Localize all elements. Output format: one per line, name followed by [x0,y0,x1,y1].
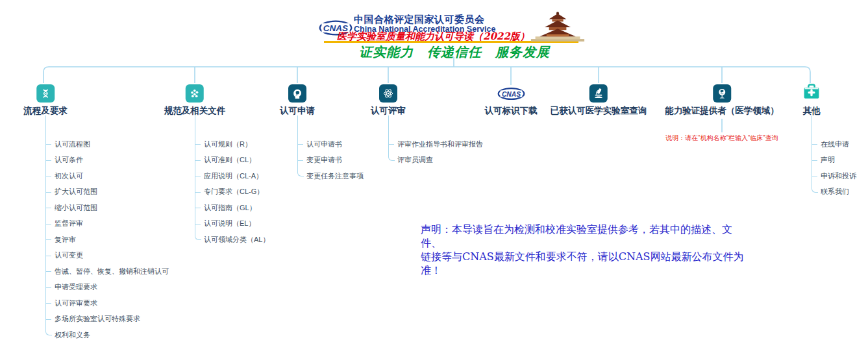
microscope-icon [589,84,608,103]
atom-icon [379,84,397,103]
branch-accredited-medical-lab-search: 已获认可医学实验室查询 [551,84,647,117]
tree-item[interactable]: 认可指南（GL） [195,200,269,216]
molecule-icon [186,84,204,103]
tree-item[interactable]: 复评审 [45,232,169,248]
temple-illustration [530,10,586,45]
globe-icon [713,84,731,103]
dna-icon [36,84,55,103]
tree-item[interactable]: 声明 [812,152,856,169]
tree-item[interactable]: 专门要求（CL-G） [195,184,269,200]
branch-sublist: 认可流程图认可条件初次认可扩大认可范围缩小认可范围监督评审复评审认可变更告诫、暂… [45,115,169,343]
tree-item[interactable]: 权利和义务 [45,327,169,343]
tree-item[interactable]: 应用说明（CL-A） [195,168,269,184]
branch-sublist: 评审作业指导书和评审报告评审员调查 [388,115,483,168]
branch-label[interactable]: 认可标识下载 [485,105,538,117]
tree-item[interactable]: 认可流程图 [45,136,169,152]
tree-item[interactable]: 认可变更 [45,248,169,264]
branch-label[interactable]: 已获认可医学实验室查询 [551,105,647,117]
tree-item[interactable]: 认可说明（EL） [195,216,269,232]
disclaimer-line: 声明：本导读旨在为检测和校准实验室提供参考，若其中的描述、文件、 [421,223,752,250]
branch-standards-and-documents: 规范及相关文件 [164,84,226,117]
branch-accreditation-mark-download: CNAS 认可标识下载 [485,84,538,117]
tree-item[interactable]: 监督评审 [45,216,169,232]
tree-item[interactable]: 变更任务注意事项 [297,168,364,184]
query-hint-note: 说明：请在“机构名称”栏输入“临床”查询 [665,134,778,143]
tree-item[interactable]: 告诫、暂停、恢复、撤销和注销认可 [45,263,169,280]
branch-sublist: 在线申请声明申诉和投诉联系我们 [812,115,856,200]
branch-others: 其他 [802,84,821,117]
branch-sublist: 认可规则（R）认可准则（CL）应用说明（CL-A）专门要求（CL-G）认可指南（… [195,115,269,248]
branch-accreditation-assessment: 认可评审 [371,84,406,117]
tree-item[interactable]: 评审作业指导书和评审报告 [388,136,483,152]
connector-line [43,67,810,83]
tree-item[interactable]: 缩小认可范围 [45,200,169,216]
disclaimer-line: 链接等与CNAS最新文件和要求不符，请以CNAS网站最新公布文件为准！ [421,250,752,277]
head-profile-icon [288,84,306,103]
medkit-icon [802,83,821,104]
branch-pt-providers-medical: 能力验证提供者（医学领域） [665,84,779,117]
svg-text:CNAS: CNAS [501,90,520,97]
tree-item[interactable]: 认可领域分类（AL） [195,232,269,248]
tree-item[interactable]: 多场所实验室认可特殊要求 [45,311,169,328]
tree-item[interactable]: 申诉和投诉 [812,168,856,184]
tree-item[interactable]: 在线申请 [812,136,856,152]
tree-item[interactable]: 变更申请书 [297,152,364,169]
tree-item[interactable]: 评审员调查 [388,152,483,169]
branch-sublist: 认可申请书变更申请书变更任务注意事项 [297,115,364,184]
tree-item[interactable]: 认可规则（R） [195,136,269,152]
branch-accreditation-application: 认可申请 [280,84,315,117]
tree-item[interactable]: 申请受理要求 [45,280,169,296]
cnas-guide-mindmap: CNAS 中国合格评定国家认可委员会 China National Accred… [0,0,868,351]
branch-label[interactable]: 能力验证提供者（医学领域） [665,105,779,117]
tree-item[interactable]: 认可评审要求 [45,295,169,311]
cnas-logo-icon: CNAS [497,84,525,103]
tree-item[interactable]: 初次认可 [45,168,169,184]
disclaimer-text: 声明：本导读旨在为检测和校准实验室提供参考，若其中的描述、文件、 链接等与CNA… [421,223,752,277]
tree-item[interactable]: 扩大认可范围 [45,184,169,200]
tree-item[interactable]: 认可条件 [45,152,169,169]
slogan: 证实能力 传递信任 服务发展 [359,43,550,61]
branch-process-and-requirements: 流程及要求 [23,84,68,117]
tree-item[interactable]: 认可申请书 [297,136,364,152]
tree-item[interactable]: 认可准则（CL） [195,152,269,169]
tree-item[interactable]: 联系我们 [812,184,856,200]
